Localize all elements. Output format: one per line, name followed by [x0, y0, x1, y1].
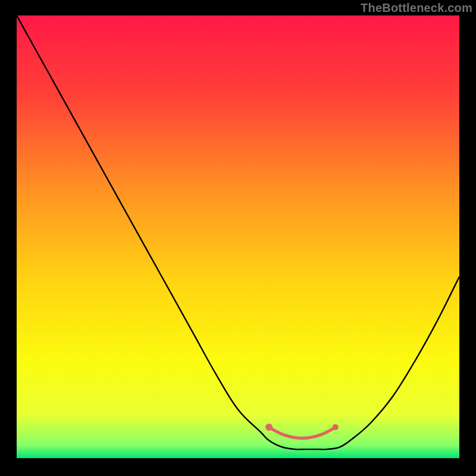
plot-area — [17, 15, 459, 458]
marker-dot — [333, 424, 339, 430]
chart-container: TheBottleneck.com — [0, 0, 476, 476]
bottleneck-curve-chart — [17, 15, 459, 458]
gradient-background — [17, 15, 459, 458]
marker-dot — [265, 424, 273, 431]
watermark-text: TheBottleneck.com — [361, 1, 472, 15]
